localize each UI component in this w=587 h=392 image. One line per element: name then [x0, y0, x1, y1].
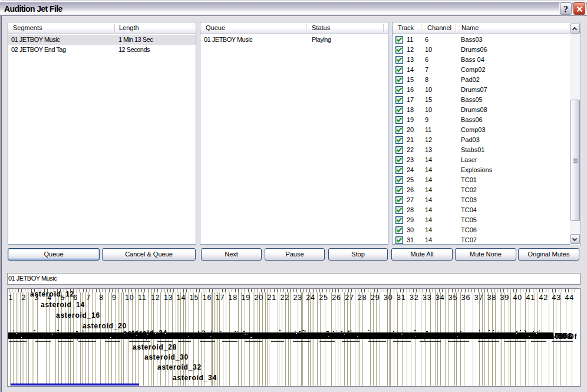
svg-text:39: 39 — [500, 294, 510, 302]
svg-text:18: 18 — [229, 294, 238, 302]
svg-text:30: 30 — [384, 294, 393, 302]
svg-text:asteroid_30: asteroid_30 — [144, 353, 189, 361]
svg-text:11: 11 — [138, 294, 147, 302]
svg-text:24: 24 — [306, 294, 315, 302]
svg-text:29: 29 — [371, 294, 380, 302]
svg-text:2: 2 — [21, 294, 26, 302]
svg-text:21: 21 — [268, 294, 277, 302]
svg-text:26: 26 — [332, 294, 341, 302]
svg-text:13: 13 — [164, 294, 173, 302]
svg-text:22: 22 — [280, 294, 289, 302]
svg-text:20: 20 — [255, 294, 264, 302]
svg-text:15: 15 — [190, 294, 199, 302]
svg-text:40: 40 — [513, 294, 523, 302]
svg-text:42: 42 — [539, 294, 548, 302]
svg-text:Df: Df — [569, 332, 577, 341]
svg-text:33: 33 — [423, 294, 432, 302]
svg-text:asteroid_12: asteroid_12 — [30, 290, 74, 298]
svg-text:asteroid_20: asteroid_20 — [83, 322, 127, 330]
svg-text:17: 17 — [216, 294, 225, 302]
svg-text:asteroid_28: asteroid_28 — [133, 343, 177, 351]
svg-text:28: 28 — [358, 294, 367, 302]
svg-text:asteroid_16: asteroid_16 — [56, 311, 100, 319]
svg-text:27: 27 — [345, 294, 354, 302]
svg-text:9: 9 — [112, 294, 117, 302]
svg-text:35: 35 — [449, 294, 458, 302]
svg-text:41: 41 — [526, 294, 536, 302]
svg-text:7: 7 — [86, 294, 91, 302]
svg-text:asteroid_32: asteroid_32 — [157, 363, 202, 371]
svg-text:1: 1 — [9, 294, 14, 302]
svg-text:44: 44 — [565, 294, 574, 302]
svg-text:34: 34 — [436, 294, 445, 302]
svg-text:31: 31 — [397, 294, 406, 302]
svg-text:8: 8 — [99, 294, 104, 302]
svg-text:12: 12 — [151, 294, 160, 302]
svg-text:43: 43 — [552, 294, 561, 302]
svg-text:asteroid_34: asteroid_34 — [173, 374, 217, 382]
svg-text:36: 36 — [461, 294, 471, 302]
svg-text:25: 25 — [319, 294, 328, 302]
svg-text:38: 38 — [487, 294, 497, 302]
svg-text:14: 14 — [177, 294, 186, 302]
svg-text:37: 37 — [474, 294, 484, 302]
svg-text:asteroid_14: asteroid_14 — [41, 301, 85, 309]
svg-text:16: 16 — [203, 294, 212, 302]
svg-text:32: 32 — [410, 294, 419, 302]
svg-text:10: 10 — [125, 294, 134, 302]
svg-text:23: 23 — [293, 294, 302, 302]
svg-text:19: 19 — [242, 294, 251, 302]
